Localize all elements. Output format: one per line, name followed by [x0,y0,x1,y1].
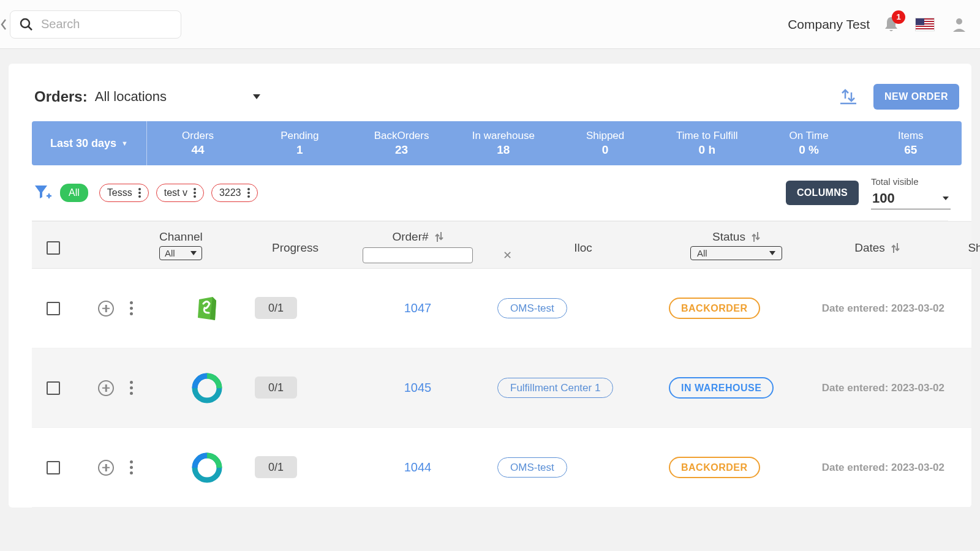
sort-icon[interactable] [891,242,900,253]
status-badge: BACKORDER [669,457,760,478]
period-label: Last 30 days [50,137,116,150]
row-checkbox[interactable] [47,381,60,395]
clear-icon[interactable]: ✕ [503,249,512,262]
row-checkbox[interactable] [47,461,60,474]
expand-row-icon[interactable] [98,380,114,396]
table-row: 0/11045Fulfillment Center 1IN WAREHOUSED… [32,348,971,428]
profile-avatar-icon[interactable] [951,16,968,33]
filter-row: All Tesss test v 3223 COLUMNS Total visi… [9,165,971,217]
more-icon[interactable] [247,188,250,198]
expand-row-icon[interactable] [98,460,114,476]
expand-row-icon[interactable] [98,301,114,317]
svg-point-0 [21,19,29,28]
page-title: Orders: [34,88,88,105]
order-number-link[interactable]: 1045 [338,381,497,395]
top-bar: Company Test 1 [0,0,980,49]
channel-filter-select[interactable]: All [159,246,202,260]
filter-chip-custom[interactable]: 3223 [211,184,258,202]
chevron-down-icon [252,94,261,100]
table-header: Channel All Progress Order# ✕ Iloc [32,221,971,269]
stat-orders[interactable]: Orders 44 [147,121,249,165]
svg-line-1 [28,26,32,30]
svg-marker-3 [253,94,260,99]
new-order-button[interactable]: NEW ORDER [873,84,959,110]
col-channel: Channel All [154,230,252,260]
table-row: 0/11044OMS-testBACKORDERDate entered: 20… [32,428,971,508]
locale-flag-us-icon[interactable] [915,18,935,31]
notification-count-badge: 1 [892,10,905,24]
sort-icon[interactable] [435,231,443,242]
progress-value: 0/1 [255,377,297,399]
row-menu-icon[interactable] [130,381,133,395]
stat-items[interactable]: Items 65 [860,121,962,165]
stat-time-to-fulfill[interactable]: Time to Fulfill 0 h [656,121,758,165]
total-visible-label: Total visible [871,176,951,187]
order-number-link[interactable]: 1047 [338,301,497,315]
channel-logo-icon [154,294,252,323]
stat-pending[interactable]: Pending 1 [249,121,350,165]
chevron-down-icon [942,196,949,201]
stat-shipped[interactable]: Shipped 0 [554,121,656,165]
progress-value: 0/1 [255,297,297,319]
filter-chip-custom[interactable]: Tesss [99,184,149,202]
import-export-icon[interactable] [838,86,859,107]
search-input[interactable] [41,17,164,31]
order-filter-input[interactable] [363,247,473,263]
status-filter-select[interactable]: All [690,246,782,260]
col-order: Order# ✕ [338,230,497,263]
row-menu-icon[interactable] [130,301,133,315]
stats-band: Last 30 days ▼ Orders 44 Pending 1 BackO… [32,121,962,165]
company-name: Company Test [788,17,870,32]
col-dates: Dates [804,230,951,255]
more-icon[interactable] [194,188,196,198]
date-entered: Date entered: 2023-03-02 [804,382,951,394]
svg-marker-5 [35,186,47,198]
iloc-badge: OMS-test [497,298,567,318]
filter-chip-all[interactable]: All [60,184,88,202]
status-badge: BACKORDER [669,298,760,319]
filter-add-icon[interactable] [34,185,51,201]
chevron-down-icon [190,251,197,255]
order-number-link[interactable]: 1044 [338,460,497,474]
iloc-badge: OMS-test [497,457,567,478]
select-all-checkbox[interactable] [47,241,60,255]
col-ship: Sh [951,230,980,255]
period-select[interactable]: Last 30 days ▼ [32,121,147,165]
row-menu-icon[interactable] [130,460,133,474]
total-visible-select[interactable]: Total visible 100 [871,176,951,209]
back-icon[interactable] [0,18,6,31]
iloc-badge: Fulfillment Center 1 [497,378,613,398]
orders-card: Orders: All locations NEW ORDER Last 30 … [9,64,971,508]
filter-chip-custom[interactable]: test v [156,184,204,202]
total-visible-value: 100 [872,190,895,206]
svg-marker-8 [943,197,949,200]
col-status: Status All [669,230,804,260]
chevron-down-icon: ▼ [121,140,128,147]
search-box[interactable] [10,10,181,39]
status-badge: IN WAREHOUSE [669,377,774,399]
title-row: Orders: All locations NEW ORDER [9,64,971,111]
col-progress: Progress [252,230,338,255]
location-label: All locations [95,89,167,105]
columns-button[interactable]: COLUMNS [786,181,859,205]
channel-logo-icon [154,452,252,483]
svg-marker-9 [190,251,197,255]
stat-backorders[interactable]: BackOrders 23 [350,121,452,165]
table-body: 0/11047OMS-testBACKORDERDate entered: 20… [9,269,971,508]
search-icon [19,17,34,32]
row-checkbox[interactable] [47,302,60,315]
chevron-down-icon [769,251,775,255]
svg-point-2 [956,18,962,24]
svg-marker-10 [769,251,775,255]
location-select[interactable]: All locations [95,89,261,105]
stat-on-time[interactable]: On Time 0 % [758,121,859,165]
stat-inwarehouse[interactable]: In warehouse 18 [453,121,554,165]
date-entered: Date entered: 2023-03-02 [804,462,951,474]
notifications-button[interactable]: 1 [883,15,899,34]
channel-logo-icon [154,373,252,403]
col-iloc: Iloc [497,230,669,255]
progress-value: 0/1 [255,456,297,478]
sort-icon[interactable] [752,231,760,242]
more-icon[interactable] [138,188,141,198]
table-row: 0/11047OMS-testBACKORDERDate entered: 20… [32,269,971,348]
